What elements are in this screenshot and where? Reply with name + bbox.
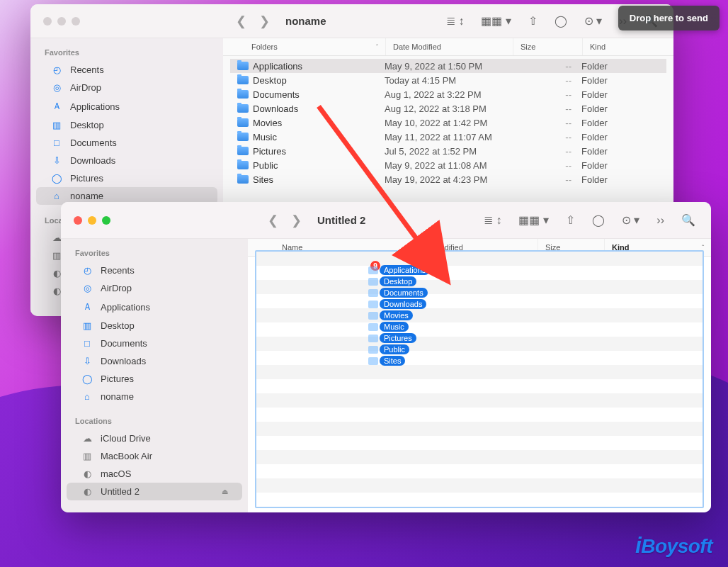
sidebar-item-downloads[interactable]: ⇩Downloads [67, 352, 242, 370]
sidebar-item-recents[interactable]: ◴Recents [67, 262, 242, 279]
table-row[interactable]: SitesMay 19, 2022 at 4:23 PM--Folder [230, 172, 666, 186]
close-icon[interactable] [74, 216, 82, 225]
drop-banner: Drop here to send [618, 6, 720, 30]
folder-icon [368, 301, 378, 308]
sidebar-item-pictures[interactable]: ◯Pictures [36, 169, 217, 187]
close-icon[interactable] [43, 17, 52, 26]
view-list-icon[interactable]: ≣ ↕ [484, 213, 501, 227]
drag-item-label: Desktop [380, 276, 416, 286]
sidebar-item-home[interactable]: ⌂noname [67, 388, 242, 405]
table-row[interactable]: DownloadsAug 12, 2022 at 3:18 PM--Folder [230, 101, 666, 116]
desktop-icon: ▥ [81, 320, 93, 331]
sidebar-item-airdrop[interactable]: ◎AirDrop [36, 79, 217, 96]
folder-icon [237, 147, 249, 155]
tag-icon[interactable]: ◯ [554, 14, 567, 28]
eject-icon[interactable]: ⏏ [222, 488, 228, 495]
titlebar: ❮ ❯ Untitled 2 ≣ ↕ ▦▦ ▾ ⇧ ◯ ⊙ ▾ ›› 🔍 [61, 202, 711, 239]
column-headers[interactable]: Foldersˆ Date Modified Size Kind [223, 38, 673, 56]
table-row[interactable]: DesktopToday at 4:15 PM--Folder [230, 73, 666, 87]
minimize-icon[interactable] [57, 17, 66, 26]
sidebar-item-desktop[interactable]: ▥Desktop [67, 317, 242, 335]
folder-icon [368, 335, 378, 342]
window-title: Untitled 2 [317, 214, 365, 226]
col-kind[interactable]: Kind [583, 38, 673, 55]
col-date[interactable]: Date Modified [386, 38, 513, 55]
sidebar-location-macos[interactable]: ◐macOS [67, 465, 242, 483]
apps-icon: Ａ [50, 100, 63, 113]
titlebar: ❮ ❯ noname ≣ ↕ ▦▦ ▾ ⇧ ◯ ⊙ ▾ ›› 🔍 [30, 4, 673, 38]
forward-button[interactable]: ❯ [259, 13, 270, 29]
table-row[interactable]: ApplicationsMay 9, 2022 at 1:50 PM--Fold… [230, 59, 666, 73]
table-row[interactable]: MoviesMay 10, 2022 at 1:42 PM--Folder [230, 116, 666, 130]
sidebar-location-macbook[interactable]: ▥MacBook Air [67, 447, 242, 465]
folder-icon [368, 266, 378, 274]
table-row[interactable]: PublicMay 9, 2022 at 11:08 AM--Folder [230, 158, 666, 172]
favorites-heading: Favorites [30, 44, 223, 61]
sidebar-item-downloads[interactable]: ⇩Downloads [36, 152, 217, 169]
zoom-icon[interactable] [72, 17, 80, 26]
airdrop-icon: ◎ [50, 82, 63, 93]
folder-icon [237, 62, 249, 70]
folder-icon [368, 312, 378, 320]
sidebar-location-icloud[interactable]: ☁iCloud Drive [67, 430, 242, 447]
sidebar-item-documents[interactable]: □Documents [67, 335, 242, 352]
table-row[interactable]: DocumentsAug 1, 2022 at 3:22 PM--Folder [230, 87, 666, 101]
back-button[interactable]: ❮ [236, 13, 246, 29]
table-row[interactable]: PicturesJul 5, 2022 at 1:52 PM--Folder [230, 144, 666, 158]
sidebar-item-applications[interactable]: ＡApplications [67, 297, 242, 317]
table-row[interactable]: MusicMay 11, 2022 at 11:07 AM--Folder [230, 130, 666, 144]
sidebar-item-airdrop[interactable]: ◎AirDrop [67, 279, 242, 297]
sidebar-item-applications[interactable]: ＡApplications [36, 96, 217, 116]
sidebar-item-pictures[interactable]: ◯Pictures [67, 370, 242, 388]
window-controls[interactable] [61, 216, 110, 225]
folder-icon [368, 289, 378, 297]
drag-item-label: Downloads [380, 299, 426, 309]
pictures-icon: ◯ [81, 374, 93, 384]
share-icon[interactable]: ⇧ [528, 14, 538, 28]
pictures-icon: ◯ [50, 173, 63, 184]
drag-item-label: Pictures [380, 333, 416, 343]
col-folders[interactable]: Foldersˆ [223, 38, 386, 55]
cloud-icon: ☁ [81, 433, 93, 444]
folder-icon [237, 104, 249, 113]
action-icon[interactable]: ⊙ ▾ [584, 14, 602, 28]
drag-item-label: Documents [380, 288, 428, 298]
sidebar-item-recents[interactable]: ◴Recents [36, 61, 217, 79]
overflow-icon[interactable]: ›› [656, 214, 664, 227]
group-icon[interactable]: ▦▦ ▾ [481, 14, 511, 28]
window-controls[interactable] [30, 17, 80, 26]
forward-button[interactable]: ❯ [291, 213, 302, 228]
sidebar-item-documents[interactable]: □Documents [36, 134, 217, 152]
col-size[interactable]: Size [513, 38, 583, 55]
search-icon[interactable]: 🔍 [681, 213, 695, 227]
download-icon: ⇩ [50, 155, 63, 166]
disk-icon: ◐ [81, 486, 93, 497]
airdrop-icon: ◎ [81, 283, 93, 293]
folder-icon [237, 76, 249, 84]
folder-icon [368, 346, 378, 354]
home-icon: ⌂ [50, 191, 63, 201]
back-button[interactable]: ❮ [268, 213, 278, 228]
group-icon[interactable]: ▦▦ ▾ [518, 213, 548, 227]
share-icon[interactable]: ⇧ [566, 213, 575, 227]
drag-preview: 9 ApplicationsDesktopDocumentsDownloadsM… [368, 264, 430, 366]
sidebar-location-untitled[interactable]: ◐Untitled 2⏏ [67, 483, 242, 500]
file-list[interactable]: Name te Modified Size Kindˆ 9 Applicatio… [248, 239, 711, 512]
locations-heading: Locations [61, 412, 248, 430]
sidebar: Favorites ◴Recents ◎AirDrop ＡApplication… [61, 239, 248, 512]
clock-icon: ◴ [50, 64, 63, 75]
drop-target[interactable] [255, 250, 704, 508]
folder-icon [237, 175, 249, 184]
view-list-icon[interactable]: ≣ ↕ [446, 14, 464, 28]
sort-caret-icon: ˆ [376, 43, 378, 50]
drag-item-label: Movies [380, 310, 413, 320]
tag-icon[interactable]: ◯ [592, 213, 605, 227]
sidebar-item-desktop[interactable]: ▥Desktop [36, 116, 217, 134]
favorites-heading: Favorites [61, 245, 248, 262]
zoom-icon[interactable] [102, 216, 110, 225]
folder-icon [237, 118, 249, 127]
doc-icon: □ [50, 137, 63, 148]
drag-item-label: Public [380, 344, 409, 354]
action-icon[interactable]: ⊙ ▾ [622, 213, 639, 227]
minimize-icon[interactable] [88, 216, 96, 225]
